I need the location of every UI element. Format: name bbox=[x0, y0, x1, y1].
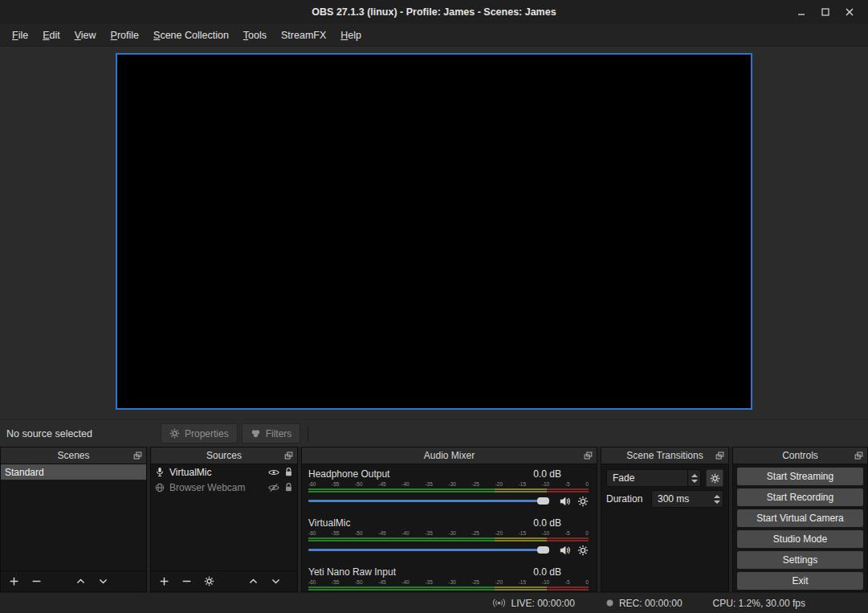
source-item[interactable]: Browser Webcam bbox=[151, 480, 297, 495]
controls-dock-header[interactable]: Controls bbox=[733, 447, 867, 464]
scenes-dock-header[interactable]: Scenes bbox=[1, 447, 146, 464]
move-source-down-button[interactable] bbox=[271, 576, 281, 586]
settings-button[interactable]: Settings bbox=[737, 551, 863, 569]
mute-button[interactable] bbox=[559, 496, 571, 507]
add-scene-button[interactable] bbox=[9, 576, 19, 586]
sources-dock-header[interactable]: Sources bbox=[151, 447, 297, 464]
meter-tick-label: -60 bbox=[308, 530, 316, 537]
lock-icon[interactable] bbox=[284, 482, 293, 492]
scenes-dock: Scenes Standard bbox=[0, 447, 147, 592]
filters-label: Filters bbox=[266, 428, 292, 439]
visibility-eye-slash-icon[interactable] bbox=[268, 483, 279, 492]
start-recording-button[interactable]: Start Recording bbox=[737, 488, 863, 506]
close-button[interactable] bbox=[837, 0, 862, 24]
volume-slider-handle[interactable] bbox=[537, 497, 549, 505]
volume-slider-handle[interactable] bbox=[537, 546, 549, 554]
volume-slider-track bbox=[308, 549, 549, 551]
volume-slider[interactable] bbox=[308, 494, 549, 508]
preview-canvas[interactable] bbox=[116, 53, 752, 410]
add-source-button[interactable] bbox=[159, 576, 169, 586]
meter-tick-label: -60 bbox=[308, 481, 316, 488]
scene-item[interactable]: Standard bbox=[1, 464, 146, 480]
start-streaming-button[interactable]: Start Streaming bbox=[737, 468, 863, 485]
meter-tick-label: -50 bbox=[355, 530, 362, 537]
meter-tick-label: -45 bbox=[378, 530, 385, 537]
menu-file[interactable]: File bbox=[5, 26, 35, 45]
source-toolbar: No source selected Properties Filters bbox=[0, 419, 868, 447]
source-properties-gear-button[interactable] bbox=[204, 576, 214, 586]
performance-status: CPU: 1.2%, 30.00 fps bbox=[713, 598, 805, 609]
title-bar[interactable]: OBS 27.1.3 (linux) - Profile: James - Sc… bbox=[0, 0, 868, 24]
properties-button[interactable]: Properties bbox=[161, 423, 238, 443]
mixer-channel-level: 0.0 dB bbox=[533, 517, 561, 529]
menu-view[interactable]: View bbox=[67, 26, 104, 45]
meter-tick-label: -60 bbox=[308, 579, 316, 586]
meter-tick-label: -35 bbox=[425, 579, 432, 586]
remove-source-button[interactable] bbox=[181, 576, 192, 586]
meter-tick-label: -35 bbox=[425, 481, 432, 488]
meter-scale: -60-55-50-45-40-35-30-25-20-15-10-50 bbox=[308, 579, 589, 586]
close-icon bbox=[846, 8, 854, 16]
filters-button[interactable]: Filters bbox=[242, 423, 301, 443]
exit-button[interactable]: Exit bbox=[737, 572, 863, 590]
lock-icon[interactable] bbox=[284, 467, 293, 477]
menu-profile[interactable]: Profile bbox=[104, 26, 146, 45]
channel-gear-button[interactable] bbox=[577, 545, 589, 556]
combo-stepper[interactable] bbox=[687, 470, 700, 486]
duration-input[interactable] bbox=[651, 490, 723, 508]
transition-properties-button[interactable] bbox=[706, 469, 723, 487]
source-item[interactable]: VirtualMic bbox=[151, 464, 297, 480]
popout-icon bbox=[584, 452, 593, 460]
menu-scene-collection[interactable]: Scene Collection bbox=[146, 26, 236, 45]
rec-status: REC: 00:00:00 bbox=[605, 598, 683, 609]
meter-tick-label: -50 bbox=[355, 481, 362, 488]
start-virtual-camera-button[interactable]: Start Virtual Camera bbox=[737, 509, 863, 527]
scene-transitions-dock-title: Scene Transitions bbox=[626, 450, 703, 461]
menu-streamfx[interactable]: StreamFX bbox=[274, 26, 333, 45]
volume-meter bbox=[308, 589, 589, 591]
meter-tick-label: -30 bbox=[448, 481, 455, 488]
sources-toolbar bbox=[151, 570, 297, 591]
move-scene-down-button[interactable] bbox=[98, 576, 108, 586]
meter-tick-label: -5 bbox=[565, 530, 570, 537]
move-source-up-button[interactable] bbox=[248, 576, 259, 586]
channel-gear-button[interactable] bbox=[577, 496, 589, 507]
meter-tick-label: -15 bbox=[519, 579, 526, 586]
audio-mixer-dock-header[interactable]: Audio Mixer bbox=[302, 447, 597, 464]
obs-window: OBS 27.1.3 (linux) - Profile: James - Sc… bbox=[0, 0, 868, 613]
spin-down-icon bbox=[714, 501, 720, 504]
volume-slider[interactable] bbox=[308, 543, 549, 557]
transition-select[interactable]: Fade bbox=[606, 469, 701, 487]
spin-arrows[interactable] bbox=[714, 490, 720, 508]
gear-icon bbox=[169, 428, 180, 439]
maximize-button[interactable] bbox=[813, 0, 837, 24]
scenes-toolbar bbox=[1, 570, 146, 591]
scene-transitions-body: Fade Duration bbox=[601, 464, 728, 591]
mixer-channel-yeti-nano: Yeti Nano Raw Input 0.0 dB -60-55-50-45-… bbox=[302, 562, 597, 591]
scene-transitions-dock-header[interactable]: Scene Transitions bbox=[601, 447, 728, 464]
mixer-channel-name: Yeti Nano Raw Input bbox=[308, 566, 396, 578]
meter-tick-label: -25 bbox=[472, 530, 479, 537]
remove-scene-button[interactable] bbox=[31, 576, 42, 586]
menu-help[interactable]: Help bbox=[333, 26, 369, 45]
meter-tick-label: -45 bbox=[378, 579, 385, 586]
transition-selected-value: Fade bbox=[613, 472, 634, 484]
filter-icon bbox=[251, 428, 261, 439]
microphone-icon bbox=[155, 467, 165, 477]
duration-spinbox[interactable] bbox=[651, 490, 723, 508]
volume-meter bbox=[308, 586, 589, 588]
studio-mode-button[interactable]: Studio Mode bbox=[737, 530, 863, 548]
menu-tools[interactable]: Tools bbox=[236, 26, 274, 45]
window-title: OBS 27.1.3 (linux) - Profile: James - Sc… bbox=[312, 6, 556, 18]
toolbar-separator bbox=[308, 426, 308, 442]
move-scene-up-button[interactable] bbox=[75, 576, 86, 586]
visibility-eye-icon[interactable] bbox=[268, 468, 279, 477]
minimize-button[interactable] bbox=[789, 0, 813, 24]
popout-icon bbox=[133, 452, 142, 460]
minimize-icon bbox=[797, 8, 805, 16]
meter-tick-label: -15 bbox=[519, 481, 526, 488]
mute-button[interactable] bbox=[559, 545, 571, 556]
menu-edit[interactable]: Edit bbox=[35, 26, 67, 45]
record-dot-icon bbox=[605, 599, 614, 607]
meter-tick-label: -20 bbox=[495, 481, 503, 488]
